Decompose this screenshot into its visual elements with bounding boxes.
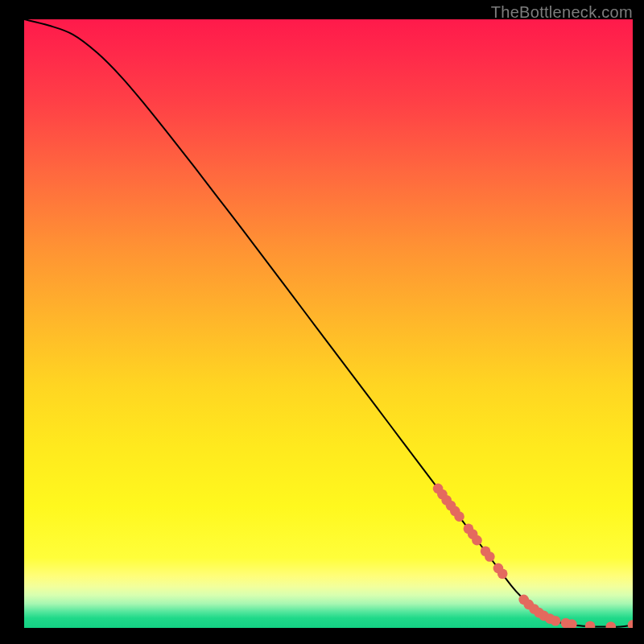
data-marker — [605, 621, 616, 628]
data-marker — [454, 511, 464, 522]
data-marker — [472, 535, 482, 546]
watermark-text: TheBottleneck.com — [491, 3, 633, 22]
curve-path — [24, 19, 633, 627]
plot-area — [24, 19, 633, 628]
data-marker — [497, 568, 508, 579]
data-marker — [585, 621, 596, 628]
chart-stage: TheBottleneck.com — [0, 0, 644, 644]
data-marker — [628, 620, 633, 628]
chart-svg — [24, 19, 633, 628]
chart-curve — [24, 19, 633, 627]
data-marker — [551, 616, 561, 626]
data-marker — [485, 551, 495, 562]
chart-markers — [433, 484, 633, 628]
